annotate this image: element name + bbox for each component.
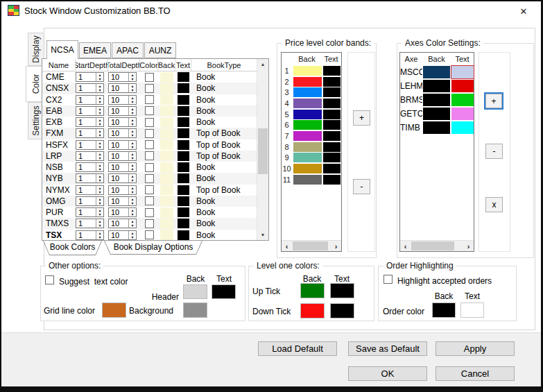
table-row[interactable]: OMG1▴▾10▴▾Book: [42, 196, 257, 207]
back-color-swatch[interactable]: [160, 207, 173, 218]
start-depth-spinner[interactable]: 1▴▾: [76, 162, 104, 172]
start-depth-spinner[interactable]: 1▴▾: [76, 207, 104, 217]
table-row[interactable]: CME1▴▾10▴▾Book: [42, 71, 257, 83]
band-text-swatch[interactable]: [323, 164, 341, 173]
color-checkbox[interactable]: [145, 219, 154, 228]
scrollbar-thumb[interactable]: [258, 128, 268, 174]
band-back-swatch[interactable]: [293, 110, 322, 119]
band-text-swatch[interactable]: [323, 87, 341, 97]
spinner-down-icon[interactable]: ▾: [129, 88, 136, 92]
total-depth-spinner[interactable]: 10▴▾: [108, 219, 137, 228]
axe-text-swatch[interactable]: [451, 94, 474, 106]
up-tick-text-swatch[interactable]: [330, 283, 354, 298]
color-checkbox[interactable]: [145, 151, 154, 160]
total-depth-spinner[interactable]: 10▴▾: [108, 95, 137, 105]
text-color-swatch[interactable]: [178, 117, 189, 127]
color-checkbox[interactable]: [145, 118, 154, 127]
table-row[interactable]: EXB1▴▾10▴▾Book: [42, 117, 257, 128]
table-row[interactable]: PUR1▴▾10▴▾Book: [42, 207, 257, 218]
back-color-swatch[interactable]: [160, 151, 173, 161]
total-depth-spinner[interactable]: 10▴▾: [108, 162, 137, 172]
table-row[interactable]: LRP1▴▾10▴▾Top of Book: [42, 151, 257, 162]
price-band-row[interactable]: 2: [282, 76, 341, 87]
table-row[interactable]: TMXS1▴▾10▴▾Book: [42, 218, 257, 229]
band-back-swatch[interactable]: [293, 175, 322, 185]
total-depth-spinner[interactable]: 10▴▾: [108, 106, 137, 116]
spinner-down-icon[interactable]: ▾: [96, 133, 103, 137]
scroll-up-icon[interactable]: ▲: [257, 59, 268, 69]
add-band-button[interactable]: +: [353, 110, 370, 126]
band-back-swatch[interactable]: [293, 164, 322, 173]
band-back-swatch[interactable]: [293, 77, 322, 87]
start-depth-spinner[interactable]: 1▴▾: [76, 106, 104, 116]
table-row[interactable]: FXM1▴▾10▴▾Top of Book: [42, 128, 257, 139]
start-depth-spinner[interactable]: 1▴▾: [76, 140, 104, 150]
table-row[interactable]: CNSX1▴▾10▴▾Book: [42, 83, 257, 94]
text-color-swatch[interactable]: [178, 83, 189, 93]
band-text-swatch[interactable]: [323, 99, 341, 108]
suggest-text-color-checkbox[interactable]: [45, 275, 54, 284]
spinner-down-icon[interactable]: ▾: [129, 100, 136, 104]
axe-row[interactable]: MSCO: [400, 65, 474, 79]
tab-emea[interactable]: EMEA: [79, 42, 111, 58]
text-color-swatch[interactable]: [178, 162, 189, 172]
total-depth-spinner[interactable]: 10▴▾: [108, 83, 137, 93]
total-depth-spinner[interactable]: 10▴▾: [108, 173, 137, 183]
axe-back-swatch[interactable]: [423, 94, 450, 106]
text-color-swatch[interactable]: [178, 185, 189, 195]
color-checkbox[interactable]: [145, 174, 154, 183]
price-band-row[interactable]: 8: [282, 142, 341, 153]
remove-band-button[interactable]: -: [353, 179, 370, 194]
axe-text-swatch[interactable]: [451, 66, 474, 78]
axe-back-swatch[interactable]: [423, 80, 450, 92]
scroll-right-icon[interactable]: ›: [463, 241, 474, 251]
total-depth-spinner[interactable]: 10▴▾: [108, 72, 137, 82]
text-color-swatch[interactable]: [178, 230, 189, 240]
spinner-down-icon[interactable]: ▾: [96, 167, 103, 171]
band-back-swatch[interactable]: [293, 87, 322, 97]
table-row[interactable]: NSB1▴▾10▴▾Book: [42, 162, 257, 173]
down-tick-back-swatch[interactable]: [300, 303, 325, 318]
color-checkbox[interactable]: [145, 185, 154, 194]
axe-text-swatch[interactable]: [451, 108, 474, 120]
color-checkbox[interactable]: [145, 230, 154, 239]
grid-line-color-swatch[interactable]: [102, 302, 126, 318]
tab-apac[interactable]: APAC: [112, 42, 144, 58]
spinner-down-icon[interactable]: ▾: [96, 156, 103, 160]
axe-text-swatch[interactable]: [451, 80, 474, 92]
axe-back-swatch[interactable]: [423, 66, 450, 78]
axe-row[interactable]: TIMB: [400, 121, 474, 135]
color-checkbox[interactable]: [145, 140, 154, 149]
color-checkbox[interactable]: [145, 73, 154, 82]
color-checkbox[interactable]: [145, 208, 154, 217]
start-depth-spinner[interactable]: 1▴▾: [76, 230, 104, 240]
highlight-accepted-orders-checkbox[interactable]: [383, 275, 393, 284]
hscroll-thumb[interactable]: [293, 241, 328, 250]
header-back-swatch[interactable]: [183, 284, 207, 299]
total-depth-spinner[interactable]: 10▴▾: [108, 140, 137, 150]
price-band-row[interactable]: 9: [282, 153, 341, 164]
back-color-swatch[interactable]: [160, 162, 173, 173]
book-table-scrollbar[interactable]: ▲ ▼: [257, 59, 268, 240]
spinner-down-icon[interactable]: ▾: [129, 178, 136, 182]
color-checkbox[interactable]: [145, 163, 154, 172]
spinner-down-icon[interactable]: ▾: [129, 223, 136, 228]
text-color-swatch[interactable]: [178, 128, 189, 138]
tab-book-display-options[interactable]: Book Display Options: [104, 241, 202, 255]
price-band-row[interactable]: 5: [282, 109, 341, 120]
band-back-swatch[interactable]: [293, 120, 322, 130]
price-bands-list[interactable]: Back Text 1234567891011 ‹ ›: [281, 52, 342, 252]
header-text-swatch[interactable]: [212, 284, 236, 299]
axe-back-swatch[interactable]: [423, 108, 450, 120]
back-color-swatch[interactable]: [160, 219, 173, 229]
price-bands-hscroll[interactable]: ‹ ›: [282, 240, 341, 251]
back-color-swatch[interactable]: [160, 230, 173, 240]
text-color-swatch[interactable]: [178, 151, 189, 161]
order-text-swatch[interactable]: [460, 302, 484, 318]
start-depth-spinner[interactable]: 1▴▾: [76, 173, 104, 183]
spinner-down-icon[interactable]: ▾: [129, 167, 136, 171]
spinner-down-icon[interactable]: ▾: [96, 235, 103, 239]
axes-hscroll[interactable]: ‹ ›: [400, 240, 474, 251]
back-color-swatch[interactable]: [160, 83, 173, 94]
text-color-swatch[interactable]: [178, 95, 189, 105]
